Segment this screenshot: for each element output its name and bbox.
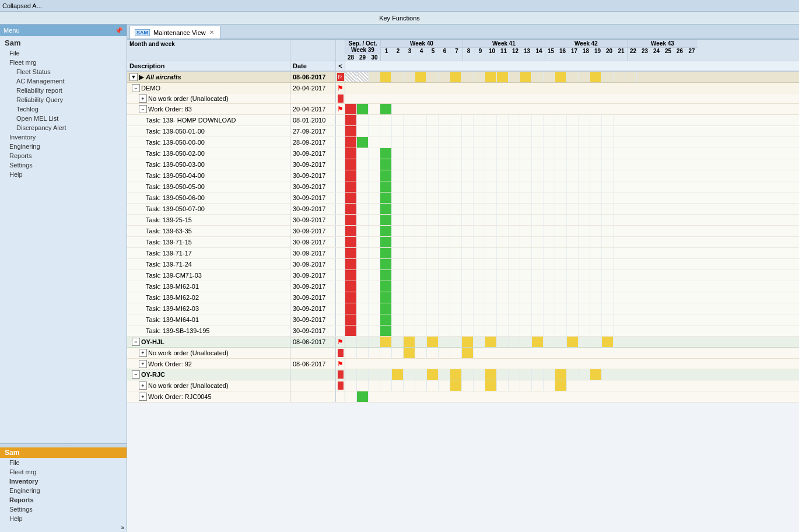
task-row-6-date: 30-09-2017 — [290, 181, 336, 192]
t7-c22 — [602, 192, 614, 203]
t12-c8 — [439, 248, 450, 258]
collapse-wo83[interactable]: − — [139, 105, 147, 113]
collapse-demo-icon[interactable]: − — [132, 84, 140, 92]
expand-oyrjc-unalloc[interactable]: + — [139, 382, 147, 390]
task-row-8-marker — [336, 204, 345, 214]
expand-rjc0045[interactable]: + — [139, 393, 147, 401]
tab-maintenance-view[interactable]: SAM Maintenance View ✕ — [129, 26, 220, 38]
row-demo[interactable]: − DEMO 20-04-2017 ⚑ — [127, 83, 799, 93]
t18-c5 — [404, 314, 415, 325]
oyrjc-c12 — [485, 369, 497, 380]
sidebar-item-reports[interactable]: Reports — [0, 151, 127, 160]
sidebar-item-techlog[interactable]: Techlog — [0, 104, 127, 114]
t14-c20 — [579, 270, 590, 281]
drag-handle[interactable]: ⋯⋯⋯⋯ — [54, 443, 73, 449]
task-row-10[interactable]: Task: 139-63-35 30-09-2017 — [127, 226, 799, 237]
t0-c15 — [520, 115, 532, 125]
expand-oyhjl-unalloc[interactable]: + — [139, 349, 147, 357]
tab-close-icon[interactable]: ✕ — [209, 29, 214, 36]
task-row-19-desc: Task: 139-SB-139-195 — [127, 326, 290, 336]
task-row-0[interactable]: Task: 139- HOMP DOWNLOAD 08-01-2010 — [127, 115, 799, 126]
expand-sidebar-icon[interactable]: » — [121, 524, 124, 531]
row-wo-92-date: 08-06-2017 — [290, 359, 336, 369]
task-row-14[interactable]: Task: 139-CM71-03 30-09-2017 — [127, 270, 799, 281]
sidebar-item-settings[interactable]: Settings — [0, 160, 127, 170]
row-demo-unalloc[interactable]: + No work order (Unallocated) — [127, 93, 799, 104]
t16-c17 — [544, 292, 555, 303]
menu-pin-icon[interactable]: 📌 — [115, 27, 123, 34]
task-row-0-date: 08-01-2010 — [290, 115, 336, 125]
task-row-2[interactable]: Task: 139-050-00-00 28-09-2017 — [127, 137, 799, 148]
sidebar-item-fleet-status[interactable]: Fleet Status — [0, 67, 127, 76]
sidebar-bottom-fleet-mrg[interactable]: Fleet mrg — [0, 467, 127, 477]
gantt-scroll-area[interactable]: Month and week Sep. / Oct.Week 39 28 29 … — [127, 40, 799, 532]
row-oyhjl-unalloc[interactable]: + No work order (Unallocated) — [127, 348, 799, 359]
task-row-6[interactable]: Task: 139-050-05-00 30-09-2017 — [127, 181, 799, 192]
sidebar-bottom-help[interactable]: Help — [0, 514, 127, 523]
sidebar-bottom-file[interactable]: File — [0, 458, 127, 467]
task-row-17[interactable]: Task: 139-MI62-03 30-09-2017 — [127, 303, 799, 314]
task-row-13[interactable]: Task: 139-71-24 30-09-2017 — [127, 259, 799, 270]
task-row-1-date: 27-09-2017 — [290, 126, 336, 136]
task-row-19[interactable]: Task: 139-SB-139-195 30-09-2017 — [127, 326, 799, 337]
sidebar-item-file[interactable]: File — [0, 48, 127, 58]
task-row-18[interactable]: Task: 139-MI64-01 30-09-2017 — [127, 314, 799, 326]
day-11: 11 — [498, 48, 510, 54]
t15-c14 — [509, 281, 520, 292]
collapse-oyrjc[interactable]: − — [132, 370, 140, 379]
sidebar-item-inventory[interactable]: Inventory — [0, 132, 127, 142]
row-oy-hjl[interactable]: − OY-HJL 08-06-2017 ⚑ — [127, 337, 799, 348]
sidebar-item-discrepancy-alert[interactable]: Discrepancy Alert — [0, 123, 127, 132]
row-all-aircraft[interactable]: ▼ ▶ All aircrafts 08-06-2017 🏳 — [127, 72, 799, 83]
row-oy-rjc[interactable]: − OY-RJC — [127, 369, 799, 380]
t0-c10 — [462, 115, 474, 125]
t2-c1 — [357, 137, 369, 148]
t8-c9 — [450, 204, 462, 214]
task-row-1[interactable]: Task: 139-050-01-00 27-09-2017 — [127, 126, 799, 137]
sidebar-item-reliability-report[interactable]: Reliability report — [0, 86, 127, 95]
sidebar-bottom-enginering[interactable]: Enginering — [0, 486, 127, 495]
row-oyrjc-unalloc-marker — [336, 380, 345, 391]
task-row-9-cells — [345, 215, 614, 225]
t4-c17 — [544, 159, 555, 170]
sidebar-item-open-mel-list[interactable]: Open MEL List — [0, 114, 127, 123]
sidebar-bottom-settings[interactable]: Settings — [0, 505, 127, 514]
t12-c20 — [579, 248, 590, 258]
task-row-8[interactable]: Task: 139-050-07-00 30-09-2017 — [127, 204, 799, 215]
task-row-4[interactable]: Task: 139-050-03-00 30-09-2017 — [127, 159, 799, 170]
sidebar-item-enginering[interactable]: Enginering — [0, 142, 127, 151]
row-all-aircraft-date: 08-06-2017 — [290, 72, 336, 82]
row-oyrjc-unalloc[interactable]: + No work order (Unallocated) — [127, 380, 799, 391]
sidebar-item-ac-management[interactable]: AC Management — [0, 76, 127, 86]
sidebar-item-fleet-mrg[interactable]: Fleet mrg — [0, 58, 127, 67]
task-row-7[interactable]: Task: 139-050-06-00 30-09-2017 — [127, 192, 799, 204]
task-row-9[interactable]: Task: 139-25-15 30-09-2017 — [127, 215, 799, 226]
collapse-oyhjl[interactable]: − — [132, 338, 140, 346]
day-14: 14 — [533, 48, 545, 54]
task-row-11[interactable]: Task: 139-71-15 30-09-2017 — [127, 237, 799, 248]
sidebar-item-help[interactable]: Help — [0, 170, 127, 179]
expand-unalloc-demo[interactable]: + — [139, 94, 147, 103]
t14-c3 — [380, 270, 392, 281]
task-row-5[interactable]: Task: 139-050-04-00 30-09-2017 — [127, 170, 799, 181]
task-row-15[interactable]: Task: 139-MI62-01 30-09-2017 — [127, 281, 799, 292]
task-row-12[interactable]: Task: 139-71-17 30-09-2017 — [127, 248, 799, 259]
expand-arrow-icon[interactable]: ▶ — [139, 74, 143, 81]
task-row-16[interactable]: Task: 139-MI62-02 30-09-2017 — [127, 292, 799, 303]
row-wo-rjc0045[interactable]: + Work Order: RJC0045 — [127, 391, 799, 402]
sidebar-item-reliability-query[interactable]: Reliability Query — [0, 95, 127, 104]
t10-c8 — [439, 226, 450, 236]
collapse-all-icon[interactable]: ▼ — [129, 73, 138, 81]
sidebar-bottom-inventory[interactable]: Inventory — [0, 477, 127, 486]
expand-wo92[interactable]: + — [139, 360, 147, 368]
sidebar-bottom-reports[interactable]: Reports — [0, 495, 127, 505]
row-all-aircraft-desc: ▼ ▶ All aircrafts — [127, 72, 290, 82]
week-43-days: 22 23 24 25 26 27 — [628, 48, 698, 54]
t5-c19 — [567, 170, 579, 181]
cell-1 — [357, 72, 369, 82]
task-row-3[interactable]: Task: 139-050-02-00 30-09-2017 — [127, 148, 799, 159]
oyhjlu-c9 — [450, 348, 462, 358]
row-wo-83[interactable]: − Work Order: 83 20-04-2017 ⚑ — [127, 104, 799, 115]
t11-c20 — [579, 237, 590, 247]
row-wo-92[interactable]: + Work Order: 92 08-06-2017 ⚑ — [127, 359, 799, 369]
